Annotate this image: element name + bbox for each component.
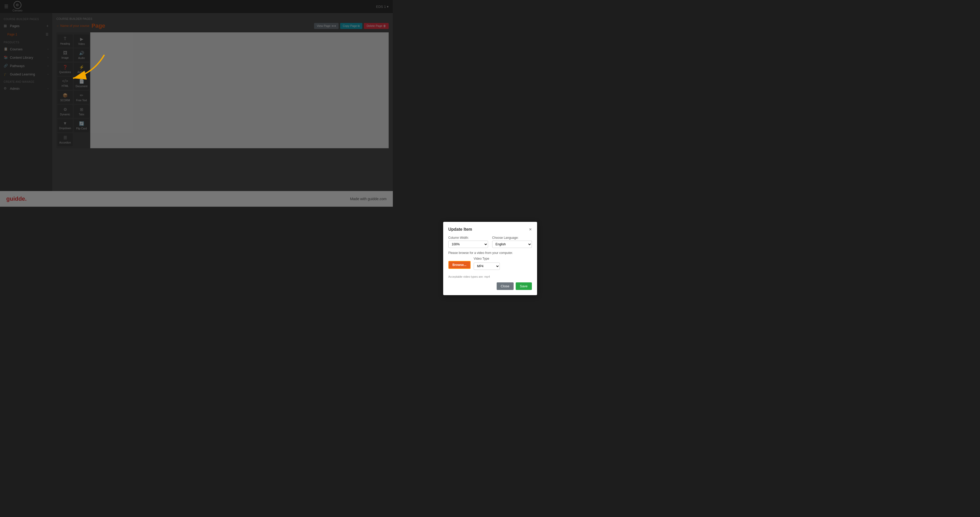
- modal-overlay: Update Item × Column Width: 100% 50% 75%…: [0, 0, 393, 207]
- arrow-annotation: [52, 52, 110, 83]
